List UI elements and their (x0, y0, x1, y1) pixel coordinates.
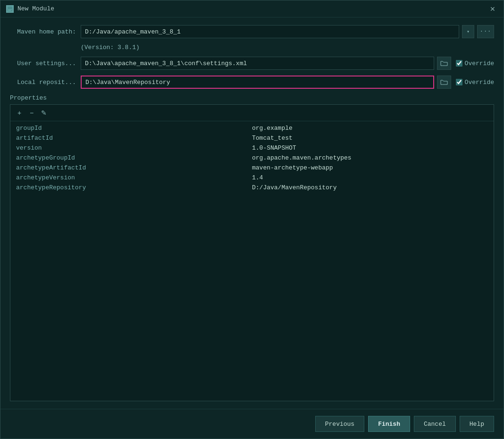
dialog-title: New Module (17, 5, 54, 12)
local-repo-input-wrap (81, 76, 451, 89)
table-row: archetypeRepository D:/Java/MavenReposit… (10, 183, 494, 193)
table-row: artifactId Tomcat_test (10, 133, 494, 143)
local-repo-override-label: Override (465, 79, 494, 86)
property-value: org.example (252, 125, 488, 132)
title-bar: New Module ✕ (0, 0, 504, 17)
maven-browse-button[interactable]: ··· (477, 25, 494, 38)
dialog-icon (6, 5, 14, 13)
maven-home-input[interactable] (81, 25, 459, 38)
close-button[interactable]: ✕ (487, 4, 498, 14)
table-row: version 1.0-SNAPSHOT (10, 143, 494, 153)
remove-property-button[interactable]: − (26, 108, 37, 118)
local-repo-label: Local reposit... (10, 79, 76, 86)
new-module-dialog: New Module ✕ Maven home path: ▾ ··· (Ver… (0, 0, 504, 439)
edit-property-button[interactable]: ✎ (39, 108, 49, 118)
user-settings-input[interactable] (81, 57, 434, 70)
user-settings-label: User settings... (10, 60, 76, 67)
properties-table: groupId org.example artifactId Tomcat_te… (10, 121, 494, 401)
local-repo-override-wrap: Override (456, 79, 494, 86)
user-settings-override-wrap: Override (456, 60, 494, 67)
user-settings-override-label: Override (465, 60, 494, 67)
user-settings-folder-button[interactable] (437, 57, 451, 70)
property-value: 1.0-SNAPSHOT (252, 144, 488, 152)
version-text: (Version: 3.8.1) (76, 44, 494, 51)
table-row: archetypeArtifactId maven-archetype-weba… (10, 163, 494, 173)
table-row: archetypeGroupId org.apache.maven.archet… (10, 153, 494, 163)
property-value: maven-archetype-webapp (252, 164, 488, 171)
property-key: archetypeArtifactId (16, 164, 252, 171)
properties-toolbar: + − ✎ (10, 105, 494, 121)
svg-rect-1 (8, 7, 10, 9)
title-bar-left: New Module (6, 5, 54, 13)
help-button[interactable]: Help (460, 416, 494, 432)
property-key: groupId (16, 125, 252, 132)
cancel-button[interactable]: Cancel (414, 416, 456, 432)
svg-rect-3 (8, 10, 11, 11)
properties-panel: + − ✎ groupId org.example artifactId Tom… (10, 104, 494, 401)
user-settings-row: User settings... Override (10, 57, 494, 70)
table-row: groupId org.example (10, 123, 494, 133)
maven-home-input-wrap: ▾ ··· (81, 25, 494, 38)
dialog-footer: Previous Finish Cancel Help (0, 409, 504, 439)
properties-section: Properties + − ✎ groupId org.example art… (10, 94, 494, 401)
dialog-content: Maven home path: ▾ ··· (Version: 3.8.1) … (0, 17, 504, 409)
finish-button[interactable]: Finish (368, 416, 410, 432)
table-row: archetypeVersion 1.4 (10, 173, 494, 183)
local-repo-row: Local reposit... Override (10, 76, 494, 89)
local-repo-override-checkbox[interactable] (456, 79, 462, 85)
add-property-button[interactable]: + (14, 108, 25, 118)
property-key: archetypeGroupId (16, 154, 252, 161)
previous-button[interactable]: Previous (315, 416, 364, 432)
property-value: Tomcat_test (252, 135, 488, 142)
property-key: archetypeVersion (16, 174, 252, 181)
user-settings-override-checkbox[interactable] (456, 60, 462, 67)
property-key: artifactId (16, 135, 252, 142)
svg-rect-2 (8, 9, 12, 10)
properties-label: Properties (10, 94, 494, 101)
property-key: archetypeRepository (16, 184, 252, 191)
local-repo-folder-button[interactable] (437, 76, 451, 89)
user-settings-input-wrap (81, 57, 451, 70)
maven-home-label: Maven home path: (10, 28, 76, 35)
property-value: org.apache.maven.archetypes (252, 154, 488, 161)
maven-dropdown-button[interactable]: ▾ (462, 25, 474, 38)
maven-home-row: Maven home path: ▾ ··· (10, 25, 494, 38)
property-key: version (16, 144, 252, 152)
property-value: D:/Java/MavenRepository (252, 184, 488, 191)
property-value: 1.4 (252, 174, 488, 181)
local-repo-input[interactable] (81, 76, 434, 89)
